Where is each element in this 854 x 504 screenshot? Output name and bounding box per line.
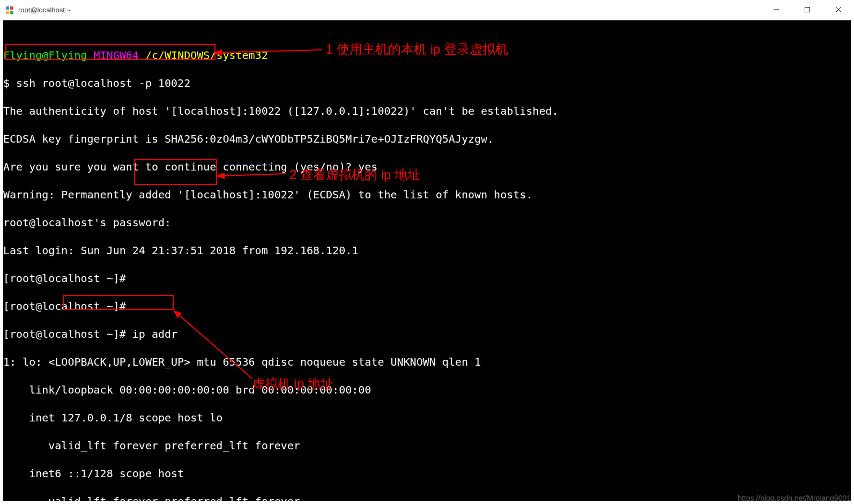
- ssh-command: ssh root@localhost -p 10022: [10, 77, 190, 90]
- ip-addr-command: ip addr: [132, 328, 177, 340]
- svg-rect-1: [10, 6, 13, 10]
- terminal-pane[interactable]: Flying@Flying MINGW64 /c/WINDOWS/system3…: [3, 20, 851, 501]
- prompt-cwd: /c/WINDOWS/system32: [145, 49, 268, 62]
- output-line: inet6 ::1/128 scope host: [3, 466, 851, 480]
- root-prompt: [root@localhost ~]#: [3, 299, 851, 313]
- output-line: inet 127.0.0.1/8 scope host lo: [3, 411, 851, 425]
- output-line: valid_lft forever preferred_lft forever: [3, 494, 851, 501]
- output-line: Are you sure you want to continue connec…: [3, 160, 851, 174]
- prompt-shell-env: MINGW64: [94, 49, 139, 62]
- svg-rect-0: [6, 6, 9, 10]
- output-line: Warning: Permanently added '[localhost]:…: [3, 188, 851, 202]
- output-line: root@localhost's password:: [3, 216, 851, 229]
- svg-rect-2: [6, 11, 9, 14]
- output-line: ECDSA key fingerprint is SHA256:0zO4m3/c…: [3, 132, 851, 146]
- output-line: link/loopback 00:00:00:00:00:00 brd 00:0…: [3, 383, 851, 397]
- window-controls: [761, 0, 854, 19]
- maximize-button[interactable]: [792, 0, 823, 19]
- window-titlebar: root@localhost:~: [0, 0, 854, 20]
- output-line: Last login: Sun Jun 24 21:37:51 2018 fro…: [3, 243, 851, 257]
- close-button[interactable]: [823, 0, 854, 19]
- root-prompt: [root@localhost ~]#: [3, 271, 851, 285]
- root-prompt: [root@localhost ~]#: [3, 328, 132, 340]
- watermark-text: https://blog.csdn.net/Mrqiang9001: [738, 494, 851, 502]
- minimize-button[interactable]: [761, 0, 792, 19]
- svg-rect-3: [10, 11, 13, 14]
- prompt-ps1: $: [3, 77, 10, 90]
- app-icon: [5, 6, 14, 14]
- prompt-user-host: Flying@Flying: [3, 49, 87, 62]
- svg-rect-5: [805, 8, 810, 12]
- window-title: root@localhost:~: [18, 6, 71, 14]
- output-line: The authenticity of host '[localhost]:10…: [3, 104, 851, 118]
- output-line: valid_lft forever preferred_lft forever: [3, 439, 851, 453]
- output-line: 1: lo: <LOOPBACK,UP,LOWER_UP> mtu 65536 …: [3, 355, 851, 369]
